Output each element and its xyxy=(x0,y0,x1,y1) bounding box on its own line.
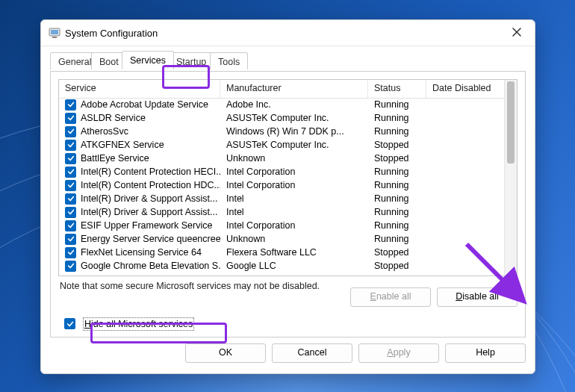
cancel-button[interactable]: Cancel xyxy=(272,343,352,363)
svg-rect-1 xyxy=(52,37,57,38)
service-manufacturer: Unknown xyxy=(220,234,368,244)
service-row[interactable]: Intel(R) Driver & Support Assist...Intel… xyxy=(59,205,505,219)
service-row[interactable]: Google Chrome Beta Elevation S...Google … xyxy=(59,259,505,273)
service-status: Running xyxy=(368,207,426,217)
service-row[interactable]: ATKGFNEX ServiceASUSTeK Computer Inc.Sto… xyxy=(59,138,505,152)
enable-all-button[interactable]: Enable all xyxy=(350,287,431,307)
service-status: Running xyxy=(368,220,426,231)
services-listview[interactable]: Service Manufacturer Status Date Disable… xyxy=(58,79,518,276)
column-status[interactable]: Status xyxy=(368,80,426,98)
service-name: Adobe Acrobat Update Service xyxy=(81,99,208,110)
service-status: Stopped xyxy=(368,153,426,164)
checkbox-icon xyxy=(65,207,76,218)
titlebar: System Configuration xyxy=(41,20,535,46)
service-manufacturer: Adobe Inc. xyxy=(220,99,368,110)
service-status: Stopped xyxy=(368,140,426,150)
svg-rect-2 xyxy=(51,30,58,34)
service-row[interactable]: Adobe Acrobat Update ServiceAdobe Inc.Ru… xyxy=(59,98,505,111)
service-manufacturer: Intel xyxy=(220,193,368,204)
scrollbar-thumb[interactable] xyxy=(507,81,515,164)
tab-strip: GeneralBootServicesStartupTools xyxy=(50,51,526,72)
apply-button[interactable]: Apply xyxy=(358,343,439,363)
ok-button[interactable]: OK xyxy=(185,343,266,363)
service-manufacturer: Windows (R) Win 7 DDK p... xyxy=(220,126,368,137)
service-manufacturer: Unknown xyxy=(220,153,368,164)
service-name: Google Chrome Beta Elevation S... xyxy=(81,261,220,271)
service-name: Intel(R) Driver & Support Assist... xyxy=(81,193,217,204)
services-tab-panel: Service Manufacturer Status Date Disable… xyxy=(50,72,526,337)
checkbox-icon xyxy=(64,318,75,329)
service-row[interactable]: ASLDR ServiceASUSTeK Computer Inc.Runnin… xyxy=(59,111,505,125)
service-status: Running xyxy=(368,180,426,190)
checkbox-icon xyxy=(65,261,76,272)
service-name: Intel(R) Driver & Support Assist... xyxy=(81,207,217,217)
checkbox-icon xyxy=(65,167,76,178)
checkbox-icon xyxy=(65,140,76,151)
disable-all-button[interactable]: Disable all xyxy=(437,287,518,307)
column-service[interactable]: Service xyxy=(59,80,220,98)
window-title: System Configuration xyxy=(65,28,158,39)
app-icon xyxy=(49,27,60,39)
column-date-disabled[interactable]: Date Disabled xyxy=(426,80,517,98)
service-name: AtherosSvc xyxy=(81,126,128,137)
system-configuration-window: System Configuration GeneralBootServices… xyxy=(40,19,535,374)
vertical-scrollbar[interactable] xyxy=(504,80,517,276)
service-status: Stopped xyxy=(368,261,426,271)
close-icon xyxy=(512,26,521,40)
service-row[interactable]: Energy Server Service queencreekUnknownR… xyxy=(59,232,505,246)
service-row[interactable]: Intel(R) Content Protection HECI...Intel… xyxy=(59,165,505,178)
service-row[interactable]: FlexNet Licensing Service 64Flexera Soft… xyxy=(59,246,505,259)
service-name: Intel(R) Content Protection HECI... xyxy=(81,167,220,177)
service-manufacturer: ASUSTeK Computer Inc. xyxy=(220,140,368,150)
service-name: FlexNet Licensing Service 64 xyxy=(81,247,202,258)
checkbox-icon xyxy=(65,220,76,231)
service-manufacturer: ASUSTeK Computer Inc. xyxy=(220,113,368,123)
service-manufacturer: Intel Corporation xyxy=(220,180,368,190)
service-row[interactable]: AtherosSvcWindows (R) Win 7 DDK p...Runn… xyxy=(59,125,505,138)
service-name: BattlEye Service xyxy=(81,153,149,164)
tab-tools[interactable]: Tools xyxy=(210,52,248,69)
service-status: Running xyxy=(368,126,426,137)
service-status: Stopped xyxy=(368,247,426,258)
checkbox-icon xyxy=(65,193,76,205)
service-row[interactable]: BattlEye ServiceUnknownStopped xyxy=(59,152,505,165)
service-manufacturer: Intel Corporation xyxy=(220,220,368,231)
service-row[interactable]: Intel(R) Content Protection HDC...Intel … xyxy=(59,178,505,192)
service-status: Running xyxy=(368,99,426,110)
tab-startup[interactable]: Startup xyxy=(168,52,214,69)
checkbox-icon xyxy=(65,126,76,137)
hide-microsoft-services-checkbox[interactable]: Hide all Microsoft services xyxy=(58,318,193,329)
service-name: ATKGFNEX Service xyxy=(81,140,164,150)
service-row[interactable]: Intel(R) Driver & Support Assist...Intel… xyxy=(59,192,505,205)
service-row[interactable]: ESIF Upper Framework ServiceIntel Corpor… xyxy=(59,219,505,232)
service-manufacturer: Intel xyxy=(220,207,368,217)
service-manufacturer: Intel Corporation xyxy=(220,167,368,177)
service-status: Running xyxy=(368,234,426,244)
tab-services[interactable]: Services xyxy=(122,51,174,69)
checkbox-icon xyxy=(65,153,76,164)
help-button[interactable]: Help xyxy=(445,343,526,363)
checkbox-icon xyxy=(65,99,76,111)
service-name: ESIF Upper Framework Service xyxy=(81,220,212,231)
checkbox-icon xyxy=(65,180,76,191)
checkbox-icon xyxy=(65,247,76,258)
hide-microsoft-services-label: Hide all Microsoft services xyxy=(84,319,193,329)
listview-header[interactable]: Service Manufacturer Status Date Disable… xyxy=(59,80,517,99)
service-status: Running xyxy=(368,167,426,177)
service-name: Intel(R) Content Protection HDC... xyxy=(81,180,220,190)
service-status: Running xyxy=(368,193,426,204)
service-manufacturer: Flexera Software LLC xyxy=(220,247,368,258)
close-button[interactable] xyxy=(506,22,527,43)
checkbox-icon xyxy=(65,234,76,245)
service-name: Energy Server Service queencreek xyxy=(81,234,220,244)
service-name: ASLDR Service xyxy=(81,113,146,123)
service-manufacturer: Google LLC xyxy=(220,261,368,271)
column-manufacturer[interactable]: Manufacturer xyxy=(220,80,368,98)
service-status: Running xyxy=(368,113,426,123)
checkbox-icon xyxy=(65,113,76,124)
dialog-button-row: OK Cancel Apply Help xyxy=(41,337,535,370)
